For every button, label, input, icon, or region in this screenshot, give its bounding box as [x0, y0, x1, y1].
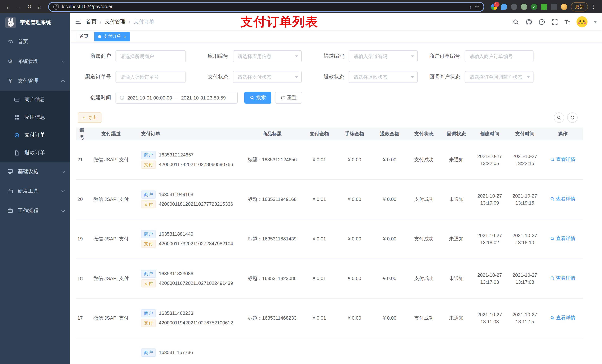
merchant-tag: 商户	[141, 348, 156, 357]
extensions-area: 10 ✓	[491, 3, 567, 10]
create-time-range-picker[interactable]: 2021-10-01 00:00:00 - 2021-10-31 23:59:5…	[116, 92, 238, 104]
channel-order-no-label: 渠道订单号	[76, 74, 111, 80]
channel-code-label: 渠道编码	[309, 53, 344, 60]
font-size-icon[interactable]: TT	[564, 19, 570, 25]
pay-status-label: 支付状态	[193, 74, 228, 80]
create-time-label: 创建时间	[76, 94, 111, 101]
pay-status: 支付成功	[407, 196, 441, 203]
reset-button[interactable]: 重置	[275, 92, 302, 104]
profile-avatar-icon[interactable]	[561, 3, 567, 10]
chevron-down-icon	[61, 59, 65, 62]
pay-channel: 微信 JSAPI 支付	[91, 156, 131, 164]
user-avatar[interactable]	[576, 16, 588, 27]
sidebar-item-label: 基础设施	[18, 168, 39, 175]
breadcrumb-section[interactable]: 支付管理	[105, 19, 126, 25]
home-button[interactable]: ⌂	[35, 2, 44, 11]
search-icon	[550, 316, 555, 320]
chevron-up-icon	[61, 80, 65, 83]
pay-status: 支付成功	[407, 235, 441, 243]
reload-button[interactable]: ↻	[24, 2, 34, 11]
sidebar-item-payment[interactable]: ¥ 支付管理	[0, 71, 70, 91]
extension-chat-icon[interactable]	[541, 3, 547, 10]
fullscreen-icon[interactable]	[551, 19, 558, 25]
refund-amount: ¥ 0.00	[372, 275, 407, 282]
sidebar-item-workflow[interactable]: 工作流程	[0, 201, 70, 220]
view-detail-link[interactable]: 查看详情	[550, 235, 575, 242]
active-dot-icon	[98, 35, 101, 38]
channel-code-input[interactable]	[349, 50, 418, 62]
merchant-order-no-input[interactable]	[465, 50, 534, 62]
sidebar-item-app-info[interactable]: 应用信息	[0, 108, 70, 126]
callback-status-select[interactable]	[465, 71, 534, 83]
sidebar-item-dev-tools[interactable]: 研发工具	[0, 181, 70, 201]
view-detail-link[interactable]: 查看详情	[550, 156, 575, 163]
merchant-order-number: 1635311823086	[159, 270, 193, 277]
view-detail-link[interactable]: 查看详情	[550, 314, 575, 322]
github-icon[interactable]	[526, 19, 532, 25]
payment-submenu: 商户信息 应用信息 支付订单 退款订单	[0, 91, 70, 162]
help-icon[interactable]: ?	[538, 19, 545, 25]
merchant-input[interactable]	[116, 50, 186, 62]
sidebar-item-merchant-info[interactable]: 商户信息	[0, 91, 70, 108]
hamburger-icon[interactable]	[70, 20, 86, 24]
forward-button[interactable]: →	[14, 2, 24, 11]
refresh-table-button[interactable]	[567, 113, 578, 123]
callback-status-input[interactable]	[465, 71, 534, 83]
sidebar-item-infrastructure[interactable]: 基础设施	[0, 162, 70, 181]
search-icon[interactable]	[513, 19, 519, 25]
browser-update-button[interactable]: 更新	[571, 2, 588, 11]
merchant-order-number: 1635311949168	[159, 191, 193, 198]
close-tab-icon[interactable]: ×	[124, 34, 126, 39]
channel-code-select[interactable]	[349, 50, 418, 62]
app-logo[interactable]: 芋道管理系统	[0, 13, 70, 32]
pay-tag: 支付	[141, 200, 156, 208]
table-row: 21 微信 JSAPI 支付 商户 1635312124657 支付 42000…	[76, 140, 583, 180]
extension-check-icon[interactable]: ✓	[531, 3, 537, 10]
bookmark-star-icon[interactable]: ☆	[475, 4, 479, 10]
site-info-icon[interactable]: i	[53, 4, 59, 10]
monitor-icon	[7, 168, 13, 175]
extension-drop-icon[interactable]	[501, 3, 507, 10]
extension-circle-icon[interactable]	[511, 3, 517, 10]
address-bar[interactable]: i localhost:1024/pay/order ↑ ☆	[48, 2, 484, 12]
extension-circle2-icon[interactable]	[521, 3, 527, 10]
refund-status-input[interactable]	[349, 71, 418, 83]
export-button[interactable]: 导出	[78, 113, 101, 123]
breadcrumb-home[interactable]: 首页	[86, 19, 97, 25]
sidebar-item-home[interactable]: 首页	[0, 32, 70, 52]
view-detail-link[interactable]: 查看详情	[550, 275, 575, 282]
pay-status-input[interactable]	[233, 71, 302, 83]
tab-home[interactable]: 首页	[76, 32, 92, 41]
toolbox-icon	[7, 188, 13, 194]
browser-menu-icon[interactable]: ⋮	[589, 4, 598, 10]
yen-icon: ¥	[7, 78, 13, 84]
app-no-input[interactable]	[233, 50, 302, 62]
pay-channel: 微信 JSAPI 支付	[91, 275, 131, 282]
search-button[interactable]: 搜索	[244, 92, 271, 104]
sidebar-menu: 首页 ⚙ 系统管理 ¥ 支付管理 商户信息	[0, 32, 70, 220]
callback-status: 未通知	[441, 156, 472, 164]
app-no-select[interactable]	[233, 50, 302, 62]
pay-status-select[interactable]	[233, 71, 302, 83]
user-menu-caret-icon[interactable]	[594, 21, 597, 24]
toggle-search-button[interactable]	[554, 113, 564, 123]
extensions-puzzle-icon[interactable]	[551, 3, 557, 10]
row-id: 21	[76, 156, 91, 164]
pay-amount: ¥ 0.01	[302, 315, 337, 322]
sidebar-item-system[interactable]: ⚙ 系统管理	[0, 52, 70, 71]
channel-order-no-input[interactable]	[116, 71, 186, 83]
pay-status: 支付成功	[407, 275, 441, 282]
view-detail-link[interactable]: 查看详情	[550, 196, 575, 203]
share-icon[interactable]: ↑	[469, 4, 472, 10]
search-icon	[250, 95, 254, 100]
row-id: 20	[76, 196, 91, 203]
extension-icon[interactable]: 10	[491, 3, 497, 10]
col-callback-status: 回调状态	[441, 130, 472, 137]
refund-status-select[interactable]	[349, 71, 418, 83]
col-title: 商品标题	[243, 130, 302, 137]
table-row: 20 微信 JSAPI 支付 商户 1635311949168 支付 42000…	[76, 180, 583, 219]
back-button[interactable]: ←	[4, 2, 13, 11]
sidebar-item-pay-order[interactable]: 支付订单	[0, 126, 70, 144]
sidebar-item-refund-order[interactable]: 退款订单	[0, 144, 70, 162]
tab-pay-order[interactable]: 支付订单 ×	[94, 32, 130, 41]
